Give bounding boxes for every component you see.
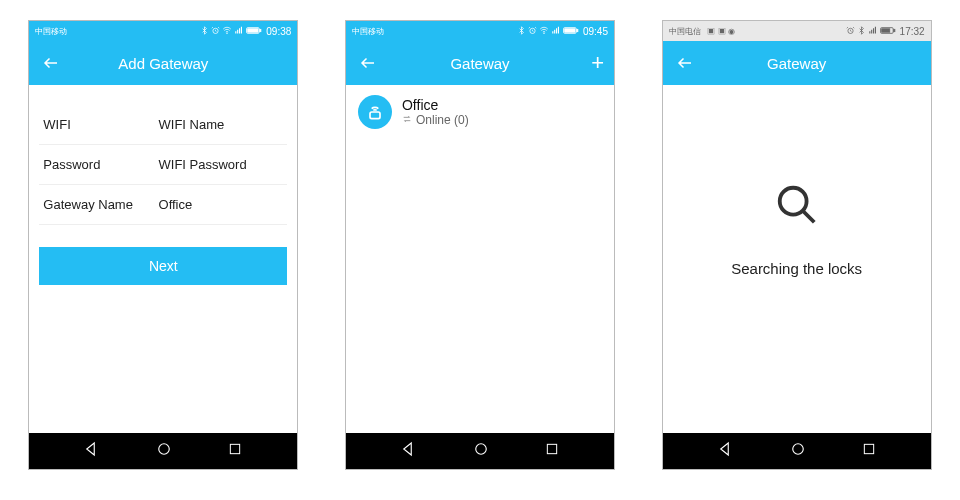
- alarm-icon: [846, 26, 855, 37]
- svg-rect-27: [874, 26, 875, 33]
- page-title: Add Gateway: [29, 55, 297, 72]
- page-title: Gateway: [663, 55, 931, 72]
- page-title: Gateway: [346, 55, 614, 72]
- battery-icon: [246, 26, 262, 37]
- svg-point-32: [792, 444, 803, 455]
- carrier-label: 中国移动: [352, 26, 513, 37]
- svg-rect-14: [554, 29, 555, 33]
- status-bar: 中国移动 09:38: [29, 21, 297, 41]
- content-area: Searching the locks: [663, 85, 931, 433]
- gateway-item-status-text: Online (0): [416, 113, 469, 127]
- status-time: 09:38: [266, 26, 291, 37]
- android-nav-bar: [29, 433, 297, 469]
- gateway-name-label: Gateway Name: [43, 197, 158, 212]
- gateway-name-row[interactable]: Gateway Name Office: [39, 185, 287, 225]
- svg-rect-20: [370, 112, 380, 119]
- svg-point-1: [227, 32, 228, 33]
- phone-add-gateway: 中国移动 09:38 Add Gateway: [28, 20, 298, 470]
- gateway-item-name: Office: [402, 97, 469, 113]
- signal-icon: [551, 26, 561, 37]
- app-bar: Gateway: [663, 41, 931, 85]
- app-bar: Gateway +: [346, 41, 614, 85]
- sync-icon: [402, 113, 412, 127]
- phone-searching: 中国电信 ▣ ▣ ◉ 17:32 Gateway Searching the l…: [662, 20, 932, 470]
- status-icons: [517, 26, 579, 37]
- android-nav-bar: [663, 433, 931, 469]
- nav-recent-icon[interactable]: [544, 441, 560, 461]
- gateway-list-item[interactable]: Office Online (0): [346, 85, 614, 139]
- svg-rect-10: [231, 444, 240, 453]
- search-icon: [774, 182, 820, 232]
- status-icons: [200, 26, 262, 37]
- status-icons: [846, 26, 896, 37]
- svg-rect-22: [547, 444, 556, 453]
- back-button[interactable]: [39, 54, 63, 72]
- android-nav-bar: [346, 433, 614, 469]
- svg-rect-3: [237, 29, 238, 33]
- next-button[interactable]: Next: [39, 247, 287, 285]
- svg-rect-4: [239, 28, 240, 33]
- bluetooth-icon: [517, 26, 526, 37]
- alarm-icon: [211, 26, 220, 37]
- nav-back-icon[interactable]: [400, 440, 418, 462]
- wifi-label: WIFI: [43, 117, 158, 132]
- nav-home-icon[interactable]: [789, 440, 807, 462]
- bluetooth-icon: [200, 26, 209, 37]
- nav-recent-icon[interactable]: [861, 441, 877, 461]
- content-area: WIFI WIFI Name Password WIFI Password Ga…: [29, 85, 297, 433]
- svg-rect-30: [881, 28, 889, 31]
- svg-point-21: [476, 444, 487, 455]
- status-bar: 中国移动 09:45: [346, 21, 614, 41]
- nav-home-icon[interactable]: [472, 440, 490, 462]
- wifi-row[interactable]: WIFI WIFI Name: [39, 105, 287, 145]
- status-bar: 中国电信 ▣ ▣ ◉ 17:32: [663, 21, 931, 41]
- svg-rect-13: [552, 31, 553, 33]
- searching-panel: Searching the locks: [663, 85, 931, 433]
- gateway-item-status: Online (0): [402, 113, 469, 127]
- searching-text: Searching the locks: [731, 260, 862, 277]
- nav-recent-icon[interactable]: [227, 441, 243, 461]
- back-button[interactable]: [673, 54, 697, 72]
- nav-home-icon[interactable]: [155, 440, 173, 462]
- gateway-item-texts: Office Online (0): [402, 97, 469, 127]
- battery-icon: [563, 26, 579, 37]
- app-bar: Add Gateway: [29, 41, 297, 85]
- svg-rect-33: [864, 444, 873, 453]
- wifi-value: WIFI Name: [159, 117, 284, 132]
- back-button[interactable]: [356, 54, 380, 72]
- gateway-form: WIFI WIFI Name Password WIFI Password Ga…: [29, 85, 297, 285]
- svg-rect-24: [869, 31, 870, 33]
- svg-point-12: [544, 32, 545, 33]
- content-area: Office Online (0): [346, 85, 614, 433]
- password-value: WIFI Password: [159, 157, 284, 172]
- carrier-label: 中国移动: [35, 26, 196, 37]
- svg-point-31: [779, 187, 806, 214]
- status-time: 09:45: [583, 26, 608, 37]
- add-gateway-button[interactable]: +: [591, 50, 604, 76]
- svg-rect-5: [241, 26, 242, 33]
- wifi-icon: [539, 26, 549, 37]
- svg-rect-18: [577, 29, 578, 31]
- phone-gateway-list: 中国移动 09:45 Gateway + Office: [345, 20, 615, 470]
- password-row[interactable]: Password WIFI Password: [39, 145, 287, 185]
- signal-icon: [234, 26, 244, 37]
- bluetooth-icon: [857, 26, 866, 37]
- svg-rect-26: [873, 28, 874, 33]
- status-time: 17:32: [900, 26, 925, 37]
- nav-back-icon[interactable]: [717, 440, 735, 462]
- svg-rect-19: [565, 28, 575, 31]
- gateway-name-value: Office: [159, 197, 284, 212]
- wifi-icon: [222, 26, 232, 37]
- carrier-label: 中国电信 ▣ ▣ ◉: [669, 26, 842, 37]
- svg-rect-16: [558, 26, 559, 33]
- gateway-icon: [358, 95, 392, 129]
- nav-back-icon[interactable]: [83, 440, 101, 462]
- svg-rect-8: [248, 28, 258, 31]
- svg-rect-7: [260, 29, 261, 31]
- svg-point-9: [159, 444, 170, 455]
- alarm-icon: [528, 26, 537, 37]
- svg-rect-15: [556, 28, 557, 33]
- battery-icon: [880, 26, 896, 37]
- svg-rect-25: [871, 29, 872, 33]
- signal-icon: [868, 26, 878, 37]
